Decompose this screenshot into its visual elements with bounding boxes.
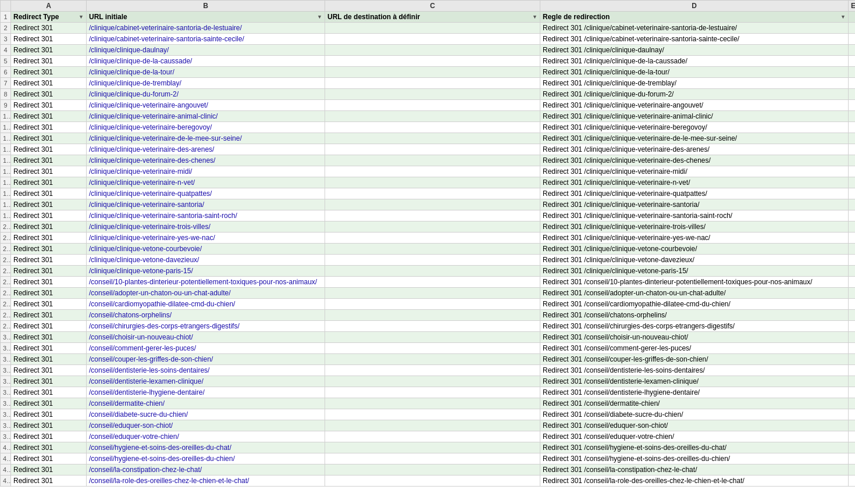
cell-url-destination[interactable]	[325, 67, 540, 78]
cell-url-initiale[interactable]: /clinique/clinique-veterinaire-des-arene…	[87, 144, 325, 155]
cell-url-initiale[interactable]: /clinique/clinique-veterinaire-de-le-mee…	[87, 133, 325, 144]
cell-url-initiale[interactable]: /clinique/clinique-veterinaire-santoria-…	[87, 210, 325, 221]
cell-url-initiale[interactable]: /clinique/clinique-vetone-davezieux/	[87, 255, 325, 266]
cell-url-initiale[interactable]: /conseil/adopter-un-chaton-ou-un-chat-ad…	[87, 288, 325, 299]
cell-url-initiale[interactable]: /conseil/hygiene-et-soins-des-oreilles-d…	[87, 442, 325, 453]
col-letter-e[interactable]: E	[849, 1, 856, 12]
cell-url-destination[interactable]	[325, 233, 540, 244]
col-letter-d[interactable]: D	[540, 1, 849, 12]
cell-url-destination[interactable]	[325, 100, 540, 111]
cell-url-initiale[interactable]: /clinique/clinique-vetone-courbevoie/	[87, 244, 325, 255]
cell-url-initiale[interactable]: /conseil/chatons-orphelins/	[87, 310, 325, 321]
cell-url-initiale[interactable]: /conseil/dentisterie-lhygiene-dentaire/	[87, 387, 325, 398]
cell-url-initiale[interactable]: /conseil/eduquer-votre-chien/	[87, 431, 325, 442]
cell-url-destination[interactable]	[325, 255, 540, 266]
cell-url-destination[interactable]	[325, 111, 540, 122]
cell-url-destination[interactable]	[325, 221, 540, 233]
cell-url-destination[interactable]	[325, 442, 540, 453]
cell-url-destination[interactable]	[325, 398, 540, 409]
cell-url-initiale[interactable]: /clinique/clinique-vetone-paris-15/	[87, 266, 325, 277]
cell-url-destination[interactable]	[325, 155, 540, 166]
row-num: 25	[1, 277, 11, 288]
cell-url-initiale[interactable]: /clinique/clinique-de-tremblay/	[87, 78, 325, 89]
cell-url-initiale[interactable]: /conseil/comment-gerer-les-puces/	[87, 343, 325, 354]
col-letter-c[interactable]: C	[325, 1, 540, 12]
cell-url-destination[interactable]	[325, 299, 540, 310]
cell-url-initiale[interactable]: /clinique/clinique-veterinaire-beregovoy…	[87, 122, 325, 133]
cell-url-destination[interactable]	[325, 332, 540, 343]
cell-redirect-type: Redirect 301	[11, 332, 87, 343]
cell-url-destination[interactable]	[325, 45, 540, 56]
cell-url-initiale[interactable]: /conseil/choisir-un-nouveau-chiot/	[87, 332, 325, 343]
cell-url-destination[interactable]	[325, 343, 540, 354]
cell-url-initiale[interactable]: /clinique/clinique-veterinaire-santoria/	[87, 199, 325, 210]
cell-url-initiale[interactable]: /clinique/clinique-veterinaire-des-chene…	[87, 155, 325, 166]
cell-url-destination[interactable]	[325, 89, 540, 100]
cell-url-destination[interactable]	[325, 365, 540, 376]
cell-url-destination[interactable]	[325, 321, 540, 332]
cell-url-destination[interactable]	[325, 23, 540, 34]
cell-url-destination[interactable]	[325, 166, 540, 177]
filter-icon-b[interactable]: ▼	[317, 14, 322, 20]
cell-redirect-type: Redirect 301	[11, 376, 87, 387]
cell-url-destination[interactable]	[325, 177, 540, 188]
cell-url-destination[interactable]	[325, 266, 540, 277]
cell-url-destination[interactable]	[325, 464, 540, 476]
table-row: 26Redirect 301/conseil/adopter-un-chaton…	[1, 288, 856, 299]
cell-regle-redirection: Redirect 301 /clinique/clinique-de-la-ca…	[540, 56, 849, 67]
cell-url-initiale[interactable]: /clinique/clinique-veterinaire-n-vet/	[87, 177, 325, 188]
cell-url-destination[interactable]	[325, 133, 540, 144]
cell-url-initiale[interactable]: /clinique/clinique-veterinaire-yes-we-na…	[87, 233, 325, 244]
cell-url-initiale[interactable]: /clinique/cabinet-veterinaire-santoria-d…	[87, 23, 325, 34]
cell-url-destination[interactable]	[325, 188, 540, 199]
cell-url-destination[interactable]	[325, 476, 540, 487]
cell-url-destination[interactable]	[325, 409, 540, 420]
col-letter-a[interactable]: A	[11, 1, 87, 12]
cell-url-initiale[interactable]: /clinique/clinique-de-la-caussade/	[87, 56, 325, 67]
cell-url-initiale[interactable]: /conseil/dermatite-chien/	[87, 398, 325, 409]
cell-url-destination[interactable]	[325, 78, 540, 89]
filter-icon-c[interactable]: ▼	[532, 14, 537, 20]
cell-url-initiale[interactable]: /conseil/diabete-sucre-du-chien/	[87, 409, 325, 420]
cell-url-destination[interactable]	[325, 199, 540, 210]
cell-url-destination[interactable]	[325, 354, 540, 365]
cell-url-initiale[interactable]: /conseil/eduquer-son-chiot/	[87, 420, 325, 431]
cell-url-destination[interactable]	[325, 34, 540, 45]
row-num: 4	[1, 45, 11, 56]
cell-url-initiale[interactable]: /conseil/dentisterie-lexamen-clinique/	[87, 376, 325, 387]
cell-url-initiale[interactable]: /conseil/cardiomyopathie-dilatee-cmd-du-…	[87, 299, 325, 310]
cell-url-initiale[interactable]: /clinique/cabinet-veterinaire-santoria-s…	[87, 34, 325, 45]
cell-url-destination[interactable]	[325, 376, 540, 387]
cell-url-destination[interactable]	[325, 122, 540, 133]
cell-url-initiale[interactable]: /clinique/clinique-veterinaire-animal-cl…	[87, 111, 325, 122]
cell-url-destination[interactable]	[325, 387, 540, 398]
cell-url-initiale[interactable]: /conseil/dentisterie-les-soins-dentaires…	[87, 365, 325, 376]
cell-url-destination[interactable]	[325, 310, 540, 321]
cell-url-destination[interactable]	[325, 244, 540, 255]
cell-url-initiale[interactable]: /conseil/couper-les-griffes-de-son-chien…	[87, 354, 325, 365]
cell-url-destination[interactable]	[325, 288, 540, 299]
cell-url-initiale[interactable]: /clinique/clinique-daulnay/	[87, 45, 325, 56]
cell-url-destination[interactable]	[325, 56, 540, 67]
cell-url-initiale[interactable]: /clinique/clinique-veterinaire-quatpatte…	[87, 188, 325, 199]
cell-url-destination[interactable]	[325, 277, 540, 288]
cell-url-destination[interactable]	[325, 420, 540, 431]
cell-url-destination[interactable]	[325, 453, 540, 464]
cell-url-destination[interactable]	[325, 144, 540, 155]
cell-url-initiale[interactable]: /clinique/clinique-veterinaire-trois-vil…	[87, 221, 325, 233]
cell-url-initiale[interactable]: /clinique/clinique-veterinaire-midi/	[87, 166, 325, 177]
cell-url-initiale[interactable]: /conseil/10-plantes-dinterieur-potentiel…	[87, 277, 325, 288]
cell-url-destination[interactable]	[325, 431, 540, 442]
cell-url-initiale[interactable]: /clinique/clinique-du-forum-2/	[87, 89, 325, 100]
filter-icon-d[interactable]: ▼	[840, 14, 846, 20]
cell-url-initiale[interactable]: /clinique/clinique-veterinaire-angouvet/	[87, 100, 325, 111]
cell-url-initiale[interactable]: /conseil/la-role-des-oreilles-chez-le-ch…	[87, 476, 325, 487]
cell-url-destination[interactable]	[325, 210, 540, 221]
cell-url-initiale[interactable]: /conseil/chirurgies-des-corps-etrangers-…	[87, 321, 325, 332]
cell-url-initiale[interactable]: /conseil/hygiene-et-soins-des-oreilles-d…	[87, 453, 325, 464]
cell-url-initiale[interactable]: /conseil/la-constipation-chez-le-chat/	[87, 464, 325, 476]
cell-regle-redirection: Redirect 301 /clinique/clinique-veterina…	[540, 221, 849, 233]
filter-icon-a[interactable]: ▼	[79, 14, 84, 20]
col-letter-b[interactable]: B	[87, 1, 325, 12]
cell-url-initiale[interactable]: /clinique/clinique-de-la-tour/	[87, 67, 325, 78]
